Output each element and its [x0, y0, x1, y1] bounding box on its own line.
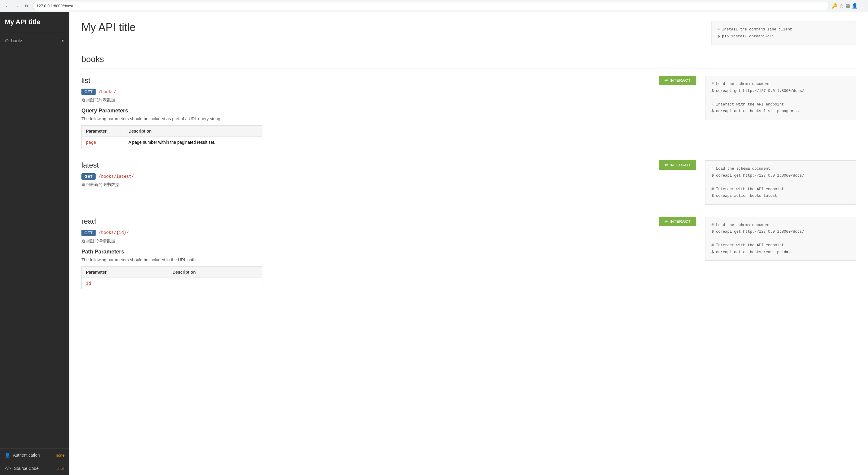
- code-line: $ coreapi action books list -p page=...: [711, 108, 849, 115]
- key-icon: 🔑: [832, 3, 838, 9]
- code-line: $ coreapi get http://127.0.0.1:8000/docs…: [711, 229, 849, 235]
- method-badge-latest: GET: [82, 173, 96, 180]
- interact-label: INTERACT: [670, 78, 691, 82]
- forward-button[interactable]: →: [13, 2, 21, 10]
- table-row: id: [82, 278, 262, 289]
- interact-button-latest[interactable]: ⇌ INTERACT: [659, 160, 696, 170]
- header-row: My API title # Install the command line …: [82, 21, 856, 45]
- endpoint-latest-left: latest ⇌ INTERACT GET /books/latest/ 返回最…: [82, 160, 696, 192]
- table-row: page A page number within the paginated …: [82, 137, 262, 148]
- method-badge-read: GET: [82, 230, 96, 236]
- code-line: # Load the schema document: [711, 222, 849, 229]
- menu-icon[interactable]: ⋮: [860, 3, 864, 9]
- interact-button-read[interactable]: ⇌ INTERACT: [659, 217, 696, 226]
- sidebar-item-label: books: [11, 38, 59, 43]
- endpoint-latest-layout: latest ⇌ INTERACT GET /books/latest/ 返回最…: [82, 160, 856, 205]
- param-desc-page: A page number within the paginated resul…: [124, 137, 262, 148]
- code-line: # Interact with the API endpoint: [711, 242, 849, 249]
- col-desc-read: Description: [168, 266, 262, 278]
- authentication-label: Authentication: [13, 453, 53, 457]
- qr-icon: ▦: [845, 3, 850, 9]
- star-icon[interactable]: ☆: [839, 3, 843, 9]
- code-line: # Interact with the API endpoint: [711, 186, 849, 193]
- section-heading: books: [82, 51, 856, 68]
- sidebar-footer-authentication[interactable]: 👤 Authentication none: [0, 448, 69, 462]
- interact-icon: ⇌: [664, 219, 668, 224]
- endpoint-list-title: list: [82, 76, 90, 85]
- endpoint-latest-title: latest: [82, 161, 99, 169]
- interact-button-list[interactable]: ⇌ INTERACT: [659, 76, 696, 85]
- method-badge-list: GET: [82, 89, 96, 95]
- sidebar: My API title ⊙ books ▼ 👤 Authentication …: [0, 12, 69, 475]
- path-params-title-read: Path Parameters: [82, 249, 696, 255]
- code-icon: </>: [5, 466, 11, 471]
- source-code-value: shell: [56, 466, 65, 471]
- code-line: $ coreapi get http://127.0.0.1:8000/docs…: [711, 88, 849, 95]
- endpoint-list-meta: GET /books/: [82, 89, 696, 95]
- query-params-title-list: Query Parameters: [82, 108, 696, 114]
- interact-icon: ⇌: [664, 163, 668, 167]
- endpoint-read-layout: read ⇌ INTERACT GET /books/{id}/ 返回图书详情数…: [82, 217, 856, 289]
- endpoint-latest-description: 返回最新的图书数据: [82, 182, 696, 188]
- endpoint-list-layout: list ⇌ INTERACT GET /books/ 返回图书列表数据 Que…: [82, 76, 856, 148]
- param-name-page: page: [86, 140, 96, 145]
- page-title: My API title: [82, 21, 136, 34]
- interact-icon: ⇌: [664, 78, 668, 82]
- code-box-read: # Load the schema document $ coreapi get…: [705, 217, 856, 261]
- col-param-read: Parameter: [82, 266, 168, 278]
- param-desc-id: [168, 278, 262, 289]
- endpoint-read-left: read ⇌ INTERACT GET /books/{id}/ 返回图书详情数…: [82, 217, 696, 289]
- browser-bar: ← → ↻ 🔑 ☆ ▦ 👤 ⋮: [0, 0, 868, 12]
- endpoint-read-description: 返回图书详情数据: [82, 238, 696, 244]
- profile-icon: 👤: [852, 3, 858, 9]
- authentication-value: none: [56, 453, 65, 457]
- query-params-desc-list: The following parameters should be inclu…: [82, 116, 696, 121]
- endpoint-list: list ⇌ INTERACT GET /books/ 返回图书列表数据 Que…: [82, 76, 856, 148]
- params-table-read: Parameter Description id: [82, 266, 262, 289]
- url-bar[interactable]: [33, 2, 829, 10]
- endpoint-list-description: 返回图书列表数据: [82, 97, 696, 103]
- col-desc: Description: [124, 126, 262, 137]
- browser-icons: 🔑 ☆ ▦ 👤 ⋮: [832, 3, 864, 9]
- code-line-empty: [711, 94, 849, 101]
- chevron-down-icon: ▼: [61, 39, 65, 43]
- main-content: My API title # Install the command line …: [69, 12, 868, 475]
- code-line: # Interact with the API endpoint: [711, 101, 849, 108]
- install-line-2: $ pip install coreapi-cli: [717, 33, 849, 40]
- endpoint-path-read: /books/{id}/: [99, 230, 129, 235]
- code-line: # Load the schema document: [711, 81, 849, 88]
- code-line: $ coreapi get http://127.0.0.1:8000/docs…: [711, 172, 849, 179]
- endpoint-read-meta: GET /books/{id}/: [82, 230, 696, 236]
- code-line: $ coreapi action books latest: [711, 193, 849, 200]
- endpoint-read-header: read ⇌ INTERACT: [82, 217, 696, 226]
- endpoint-path-latest: /books/latest/: [99, 174, 134, 179]
- endpoint-latest-meta: GET /books/latest/: [82, 173, 696, 180]
- code-line-empty: [711, 179, 849, 186]
- endpoint-latest: latest ⇌ INTERACT GET /books/latest/ 返回最…: [82, 160, 856, 205]
- sidebar-footer: 👤 Authentication none </> Source Code sh…: [0, 448, 69, 475]
- source-code-label: Source Code: [14, 466, 53, 471]
- sidebar-footer-source-code[interactable]: </> Source Code shell: [0, 462, 69, 475]
- circle-icon: ⊙: [5, 38, 9, 43]
- code-line-empty: [711, 235, 849, 242]
- path-params-desc-read: The following parameters should be inclu…: [82, 258, 696, 262]
- user-icon: 👤: [5, 453, 10, 457]
- params-table-list: Parameter Description page A page number…: [82, 125, 262, 148]
- code-line: # Load the schema document: [711, 166, 849, 172]
- endpoint-list-left: list ⇌ INTERACT GET /books/ 返回图书列表数据 Que…: [82, 76, 696, 148]
- endpoint-list-header: list ⇌ INTERACT: [82, 76, 696, 85]
- code-line: $ coreapi action books read -p id=...: [711, 249, 849, 256]
- param-name-id: id: [86, 281, 91, 286]
- code-box-latest: # Load the schema document $ coreapi get…: [705, 160, 856, 205]
- endpoint-latest-header: latest ⇌ INTERACT: [82, 160, 696, 170]
- interact-label: INTERACT: [670, 219, 691, 224]
- sidebar-item-books[interactable]: ⊙ books ▼: [0, 35, 69, 46]
- back-button[interactable]: ←: [4, 2, 11, 10]
- endpoint-read: read ⇌ INTERACT GET /books/{id}/ 返回图书详情数…: [82, 217, 856, 289]
- sidebar-nav: ⊙ books ▼: [0, 32, 69, 448]
- endpoint-read-title: read: [82, 217, 96, 226]
- install-line-1: # Install the command line client: [717, 26, 849, 33]
- install-box: # Install the command line client $ pip …: [711, 21, 856, 45]
- refresh-button[interactable]: ↻: [23, 2, 30, 10]
- endpoint-path-list: /books/: [99, 90, 116, 94]
